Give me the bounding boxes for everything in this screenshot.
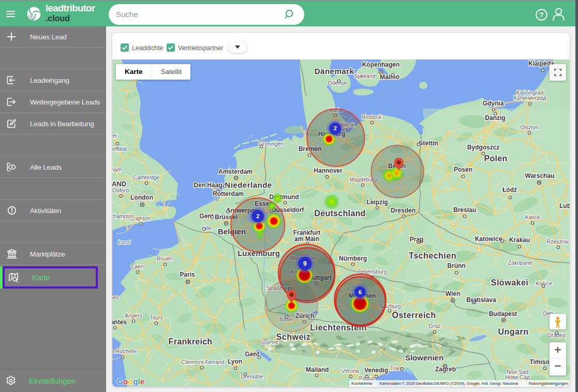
svg-text:Paris: Paris — [180, 271, 195, 278]
svg-text:2: 2 — [334, 125, 337, 131]
svg-text:Olsztyn: Olsztyn — [520, 124, 538, 130]
svg-text:Österreich: Österreich — [392, 310, 436, 320]
svg-text:Kielce: Kielce — [525, 214, 540, 220]
svg-text:Angers: Angers — [125, 312, 142, 319]
svg-text:Katowice: Katowice — [475, 235, 502, 243]
svg-text:Tschechien: Tschechien — [409, 251, 456, 260]
svg-text:Stettin: Stettin — [419, 140, 438, 147]
svg-text:ham: ham — [112, 167, 122, 173]
svg-text:Breslau: Breslau — [453, 206, 476, 214]
svg-text:effield: effield — [112, 146, 127, 152]
svg-text:er: er — [112, 132, 117, 139]
svg-text:Niederlande: Niederlande — [225, 180, 272, 189]
svg-text:Dresden: Dresden — [391, 207, 416, 214]
svg-text:Polen: Polen — [484, 154, 507, 163]
svg-text:Kopenhagen: Kopenhagen — [362, 61, 400, 68]
svg-text:Tours: Tours — [150, 314, 163, 321]
svg-text:Gdynia: Gdynia — [483, 100, 504, 107]
svg-text:Clermont-Ferrand: Clermont-Ferrand — [182, 359, 225, 365]
svg-text:Cambridge: Cambridge — [133, 174, 160, 180]
svg-text:Нови Сад: Нови Сад — [505, 374, 529, 380]
svg-text:Zakopane: Zakopane — [508, 260, 532, 266]
svg-text:AND: AND — [112, 180, 126, 188]
svg-text:Posen: Posen — [454, 166, 472, 173]
svg-text:Rzeszów: Rzeszów — [547, 238, 569, 245]
svg-text:London: London — [130, 194, 153, 201]
svg-text:champton: champton — [112, 213, 135, 219]
svg-text:Ungarn: Ungarn — [498, 327, 529, 336]
svg-text:Lub: Lub — [559, 202, 570, 209]
svg-text:Leipzig: Leipzig — [366, 199, 388, 206]
svg-text:Oxford: Oxford — [112, 187, 129, 193]
svg-text:Deutschland: Deutschland — [314, 209, 365, 218]
svg-text:Budapest: Budapest — [489, 310, 517, 318]
svg-text:Rostock: Rostock — [362, 114, 382, 120]
svg-text:Rouen: Rouen — [157, 255, 173, 262]
svg-text:9: 9 — [303, 260, 307, 267]
svg-text:Lyon: Lyon — [228, 358, 242, 365]
svg-text:nes: nes — [112, 294, 118, 300]
svg-text:Krakau: Krakau — [509, 236, 530, 244]
svg-text:6: 6 — [359, 289, 362, 295]
svg-text:Venedig: Venedig — [364, 367, 388, 374]
svg-text:Mailand: Mailand — [306, 366, 329, 373]
svg-text:Verona: Verona — [342, 368, 359, 374]
svg-text:Nürnberg: Nürnberg — [339, 255, 367, 262]
svg-text:Frankreich: Frankreich — [169, 337, 213, 346]
svg-text:usanne: usanne — [261, 339, 279, 345]
svg-text:Brünn: Brünn — [447, 262, 465, 269]
svg-text:Caen: Caen — [130, 263, 143, 269]
svg-text:Den Haag: Den Haag — [194, 182, 222, 189]
svg-text:Schweiz: Schweiz — [276, 333, 311, 341]
svg-text:Калининград: Калининград — [513, 95, 546, 101]
svg-text:kanal: kanal — [118, 239, 131, 245]
svg-text:Genf: Genf — [245, 351, 259, 358]
svg-text:Malmö: Malmö — [380, 73, 399, 81]
svg-text:Graz: Graz — [429, 323, 441, 329]
svg-text:Amsterdam: Amsterdam — [218, 168, 253, 175]
svg-text:Sjælland: Sjælland — [354, 73, 376, 79]
svg-text:La Rochelle: La Rochelle — [112, 348, 137, 354]
svg-text:Hannover: Hannover — [314, 167, 343, 174]
svg-text:Bydgoszcz: Bydgoszcz — [467, 144, 500, 151]
svg-text:Łódź: Łódź — [502, 186, 517, 193]
svg-text:Nantes: Nantes — [112, 319, 127, 326]
svg-text:Warschau: Warschau — [525, 172, 555, 179]
svg-text:am Main: am Main — [294, 235, 319, 243]
svg-text:Dänemark: Dänemark — [315, 67, 354, 76]
svg-text:Slowakei: Slowakei — [491, 278, 528, 287]
svg-text:Slowenien: Slowenien — [405, 353, 443, 362]
svg-text:?: ? — [540, 11, 544, 19]
svg-text:Bratislava: Bratislava — [466, 296, 496, 304]
svg-text:2: 2 — [256, 213, 259, 219]
svg-text:Wien: Wien — [446, 290, 461, 297]
